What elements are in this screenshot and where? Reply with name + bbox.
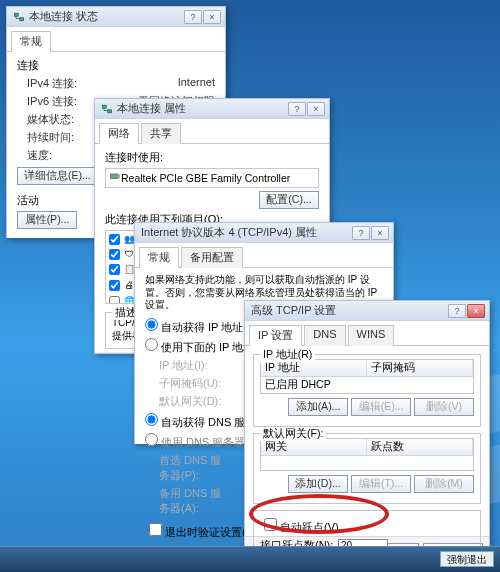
dns1-label: 首选 DNS 服务器(P): <box>159 453 229 483</box>
titlebar-advanced[interactable]: 高级 TCP/IP 设置 ? × <box>245 301 489 321</box>
network-icon <box>101 103 113 115</box>
component-checkbox[interactable] <box>109 296 120 305</box>
component-checkbox[interactable] <box>109 264 120 275</box>
col-metric: 跃点数 <box>367 439 473 455</box>
help-button[interactable]: ? <box>288 102 306 116</box>
duration-label: 持续时间: <box>27 130 74 145</box>
tab-dns[interactable]: DNS <box>304 325 345 346</box>
adapter-name: Realtek PCIe GBE Family Controller <box>121 172 290 184</box>
radio-auto-dns[interactable] <box>145 413 158 426</box>
titlebar-ipv4[interactable]: Internet 协议版本 4 (TCP/IPv4) 属性 ? × <box>135 223 393 243</box>
network-icon <box>13 11 25 23</box>
component-checkbox[interactable] <box>109 249 120 260</box>
del-ip-button[interactable]: 删除(V) <box>414 398 474 416</box>
tab-wins[interactable]: WINS <box>348 325 395 346</box>
svg-rect-0 <box>15 13 19 16</box>
adapter-icon <box>109 171 121 185</box>
tab-alt[interactable]: 备用配置 <box>181 247 243 268</box>
close-button[interactable]: × <box>203 10 221 24</box>
mask-field-label: 子网掩码(U): <box>159 376 229 391</box>
details-button[interactable]: 详细信息(E)... <box>17 167 98 185</box>
col-ip: IP 地址 <box>261 360 367 376</box>
gateway-list[interactable] <box>261 456 473 470</box>
title-ipv4: Internet 协议版本 4 (TCP/IPv4) 属性 <box>141 225 351 240</box>
radio-use-dns[interactable] <box>145 433 158 446</box>
ipv4-label: IPv4 连接: <box>27 76 77 91</box>
gw-field-label: 默认网关(D): <box>159 394 229 409</box>
title-advanced: 高级 TCP/IP 设置 <box>251 303 447 318</box>
tab-general[interactable]: 常规 <box>11 31 51 52</box>
ipv4-value: Internet <box>178 76 215 91</box>
gw-group-label: 默认网关(F): <box>260 427 326 441</box>
title-properties: 本地连接 属性 <box>117 101 287 116</box>
tab-general[interactable]: 常规 <box>139 247 179 268</box>
ip-field-label: IP 地址(I): <box>159 358 229 373</box>
close-button[interactable]: × <box>307 102 325 116</box>
taskbar[interactable]: 强制退出 <box>0 546 500 572</box>
titlebar-status[interactable]: 本地连接 状态 ? × <box>7 7 225 27</box>
ip-group-label: IP 地址(R) <box>260 348 315 362</box>
properties-button[interactable]: 属性(P)... <box>17 211 77 229</box>
close-button[interactable]: × <box>371 226 389 240</box>
validate-label: 退出时验证设置(L) <box>165 526 255 538</box>
titlebar-properties[interactable]: 本地连接 属性 ? × <box>95 99 329 119</box>
tab-ip-settings[interactable]: IP 设置 <box>249 325 302 346</box>
dhcp-row: 已启用 DHCP <box>261 377 473 393</box>
config-button[interactable]: 配置(C)... <box>259 191 319 209</box>
connection-header: 连接 <box>17 58 215 73</box>
del-gw-button[interactable]: 删除(M) <box>414 475 474 493</box>
col-mask: 子网掩码 <box>367 360 473 376</box>
svg-rect-4 <box>111 174 119 179</box>
col-gw: 网关 <box>261 439 367 455</box>
close-button[interactable]: × <box>467 304 485 318</box>
speed-label: 速度: <box>27 148 52 163</box>
auto-metric-checkbox[interactable] <box>264 518 277 531</box>
window-advanced-tcpip: 高级 TCP/IP 设置 ? × IP 设置 DNS WINS IP 地址(R)… <box>244 300 490 556</box>
auto-metric-label: 自动跃点(V) <box>280 521 339 533</box>
help-button[interactable]: ? <box>352 226 370 240</box>
edit-ip-button[interactable]: 编辑(E)... <box>351 398 411 416</box>
add-gw-button[interactable]: 添加(D)... <box>288 475 348 493</box>
add-ip-button[interactable]: 添加(A)... <box>288 398 348 416</box>
svg-rect-5 <box>118 175 120 178</box>
edit-gw-button[interactable]: 编辑(T)... <box>351 475 411 493</box>
tab-share[interactable]: 共享 <box>141 123 181 144</box>
component-checkbox[interactable] <box>109 280 120 291</box>
help-button[interactable]: ? <box>448 304 466 318</box>
ipv6-label: IPv6 连接: <box>27 94 77 109</box>
taskbar-button[interactable]: 强制退出 <box>440 551 494 567</box>
help-button[interactable]: ? <box>184 10 202 24</box>
radio-use-ip[interactable] <box>145 338 158 351</box>
media-label: 媒体状态: <box>27 112 74 127</box>
validate-checkbox[interactable] <box>149 523 162 536</box>
radio-auto-ip[interactable] <box>145 318 158 331</box>
svg-rect-2 <box>103 105 107 108</box>
dns2-label: 备用 DNS 服务器(A): <box>159 486 229 516</box>
tab-network[interactable]: 网络 <box>99 123 139 144</box>
title-status: 本地连接 状态 <box>29 9 183 24</box>
component-checkbox[interactable] <box>109 234 120 245</box>
connect-using-label: 连接时使用: <box>105 150 319 165</box>
